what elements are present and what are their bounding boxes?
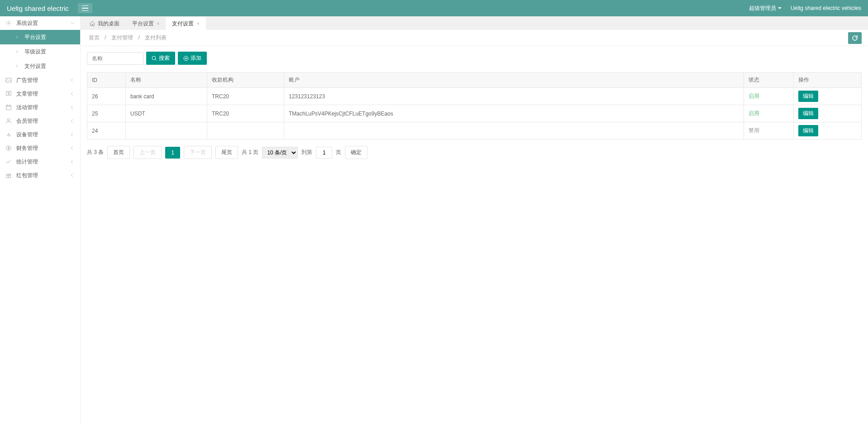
pagination-current[interactable]: 1 <box>165 147 180 159</box>
svg-point-0 <box>8 22 10 24</box>
tab-label: 我的桌面 <box>98 20 119 28</box>
toolbar: 搜索 添加 <box>87 52 862 65</box>
refresh-button[interactable] <box>848 32 862 44</box>
cell-name: bank card <box>126 88 207 105</box>
sidebar-item-label: 活动管理 <box>16 104 70 111</box>
edit-button[interactable]: 编辑 <box>798 91 818 102</box>
tab-desktop[interactable]: 我的桌面 <box>83 17 126 30</box>
chevron-right-icon <box>15 64 19 68</box>
cell-actions: 编辑 <box>794 88 862 105</box>
button-label: 添加 <box>191 54 201 62</box>
user-icon <box>5 118 12 124</box>
sidebar-item-label: 红包管理 <box>16 172 70 179</box>
sidebar-item-articles[interactable]: 文章管理 <box>0 87 80 101</box>
chevron-left-icon <box>70 105 75 110</box>
edit-button[interactable]: 编辑 <box>798 125 818 136</box>
content: 搜索 添加 ID 名称 收款机构 账户 状态 操作 <box>81 46 868 424</box>
chevron-left-icon <box>70 119 75 123</box>
data-table: ID 名称 收款机构 账户 状态 操作 26bank cardTRC201231… <box>87 72 862 140</box>
pagination-confirm[interactable]: 确定 <box>345 146 367 159</box>
cell-name: USDT <box>126 105 207 122</box>
sidebar-item-system[interactable]: 系统设置 <box>0 16 80 30</box>
search-icon <box>152 56 157 61</box>
app-subtitle: Ueltg shared electric vehicles <box>791 5 861 11</box>
user-menu[interactable]: 超级管理员 <box>749 5 782 12</box>
sidebar-item-activities[interactable]: 活动管理 <box>0 101 80 114</box>
chevron-left-icon <box>70 78 75 82</box>
cell-org: TRC20 <box>207 105 284 122</box>
add-button[interactable]: 添加 <box>178 52 207 65</box>
sidebar-item-label: 系统设置 <box>16 19 70 27</box>
chevron-left-icon <box>70 132 75 137</box>
close-icon[interactable]: × <box>157 21 159 26</box>
sidebar-item-members[interactable]: 会员管理 <box>0 114 80 128</box>
chevron-left-icon <box>70 92 75 96</box>
cell-org <box>207 122 284 140</box>
cell-account: 123123123123 <box>284 88 744 105</box>
table-header: 状态 <box>744 72 794 88</box>
pagination-prev[interactable]: 上一页 <box>134 146 162 159</box>
chevron-left-icon <box>70 146 75 150</box>
sidebar-item-label: 文章管理 <box>16 90 70 98</box>
sidebar-sub-label: 平台设置 <box>24 34 46 41</box>
pagination-pages: 共 1 页 <box>242 149 258 156</box>
user-name: 超级管理员 <box>749 5 776 12</box>
pagination-per-page[interactable]: 10 条/页 <box>262 147 298 159</box>
app-title: Ueltg shared electric <box>7 5 69 12</box>
sidebar-sub-level[interactable]: 等级设置 <box>0 44 80 59</box>
pagination-total: 共 3 条 <box>87 149 104 156</box>
sidebar-sub-label: 等级设置 <box>24 48 46 56</box>
cell-status: 禁用 <box>744 122 794 140</box>
device-icon <box>5 131 12 138</box>
cell-org: TRC20 <box>207 88 284 105</box>
pagination-goto-suffix: 页 <box>336 149 341 156</box>
edit-button[interactable]: 编辑 <box>798 108 818 119</box>
sidebar-item-label: 设备管理 <box>16 131 70 139</box>
table-row: 24禁用编辑 <box>87 122 862 140</box>
sidebar-item-redpacket[interactable]: 红包管理 <box>0 169 80 182</box>
sidebar-item-label: 统计管理 <box>16 158 70 166</box>
table-header: 收款机构 <box>207 72 284 88</box>
book-icon <box>5 91 12 97</box>
sidebar-item-finance[interactable]: 财务管理 <box>0 141 80 155</box>
sidebar-item-devices[interactable]: 设备管理 <box>0 128 80 141</box>
tab-payment[interactable]: 支付设置 × <box>166 17 205 30</box>
cell-account: TMachLuPsV4PKejsCjtCFLuETgo9yBEaos <box>284 105 744 122</box>
breadcrumb-bar: 首页 / 支付管理 / 支付列表 <box>81 30 868 46</box>
pagination-last[interactable]: 尾页 <box>215 146 238 159</box>
header: Ueltg shared electric 超级管理员 Ueltg shared… <box>0 0 868 16</box>
dollar-icon <box>5 145 12 151</box>
chevron-left-icon <box>70 173 75 178</box>
breadcrumb-item[interactable]: 支付管理 <box>111 34 133 41</box>
sidebar: 系统设置 平台设置 等级设置 支付设置 广告管理 文章管理 活动管理 <box>0 16 81 424</box>
sidebar-item-stats[interactable]: 统计管理 <box>0 155 80 169</box>
hamburger-icon <box>82 5 88 11</box>
cell-id: 26 <box>87 88 126 105</box>
table-header-row: ID 名称 收款机构 账户 状态 操作 <box>87 72 862 88</box>
search-button[interactable]: 搜索 <box>146 52 175 65</box>
pagination-first[interactable]: 首页 <box>107 146 130 159</box>
image-icon <box>5 77 12 83</box>
breadcrumb-item: 支付列表 <box>145 34 167 41</box>
pagination-next[interactable]: 下一页 <box>184 146 212 159</box>
sidebar-sub-platform[interactable]: 平台设置 <box>0 30 80 44</box>
tab-label: 支付设置 <box>172 20 194 28</box>
cell-actions: 编辑 <box>794 122 862 140</box>
breadcrumb-item[interactable]: 首页 <box>89 34 100 41</box>
sidebar-sub-payment[interactable]: 支付设置 <box>0 59 80 73</box>
cell-status: 启用 <box>744 105 794 122</box>
pagination-goto-label: 到第 <box>301 149 312 156</box>
table-header: 名称 <box>126 72 207 88</box>
close-icon[interactable]: × <box>196 21 199 26</box>
cell-id: 25 <box>87 105 126 122</box>
button-label: 搜索 <box>159 54 170 62</box>
svg-point-6 <box>152 56 156 60</box>
tab-label: 平台设置 <box>132 20 154 28</box>
tab-platform[interactable]: 平台设置 × <box>126 17 166 30</box>
sidebar-item-ads[interactable]: 广告管理 <box>0 73 80 87</box>
menu-toggle-button[interactable] <box>78 3 92 13</box>
caret-down-icon <box>778 7 782 10</box>
gift-icon <box>5 172 12 178</box>
pagination-goto-input[interactable] <box>316 147 332 159</box>
search-input[interactable] <box>87 52 143 65</box>
